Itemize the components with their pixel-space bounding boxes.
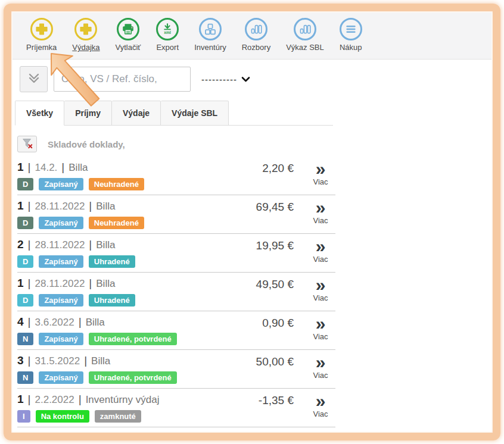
separator: | [28, 315, 31, 329]
double-angle-right-icon: » [307, 355, 334, 370]
toolbar-button-inventury[interactable]: Inventúry [186, 18, 234, 59]
viac-label: Viac [307, 293, 334, 302]
viac-button[interactable]: » Viac [307, 316, 334, 341]
toolbar-button-label: Nákup [340, 43, 362, 52]
printer-icon [117, 18, 139, 40]
filter-select[interactable]: ---------- [201, 74, 250, 85]
status-badge: Uhradené [89, 294, 135, 307]
double-angle-right-icon: » [307, 316, 334, 332]
row-price: -1,35 € [259, 394, 294, 407]
status-badge: D [17, 178, 33, 190]
toolbar-button-nakup[interactable]: Nákup [332, 18, 370, 59]
bar-chart-icon [294, 18, 316, 40]
separator: | [79, 315, 82, 329]
row-price: 50,00 € [256, 355, 294, 368]
toolbar-button-vydajka[interactable]: Výdajka [64, 18, 107, 59]
double-angle-right-icon: » [307, 161, 334, 177]
toolbar-button-label: Export [156, 43, 179, 52]
clear-filter-button[interactable] [17, 136, 37, 152]
svg-text:xml: xml [164, 30, 171, 35]
status-badge: D [17, 217, 33, 229]
separator: | [28, 161, 31, 174]
status-badge: Uhradené [89, 255, 135, 268]
row-count: 1 [17, 393, 24, 406]
separator: | [89, 277, 92, 290]
tabs: VšetkyPríjmyVýdajeVýdaje SBL [15, 101, 333, 126]
expand-filters-button[interactable] [20, 66, 48, 92]
tab-príjmy[interactable]: Príjmy [64, 101, 112, 126]
document-row: 1 | 28.11.2022 | Billa 49,50 € DZapísaný… [17, 273, 335, 311]
viac-label: Viac [307, 177, 334, 186]
status-badge: Uhradené, potvrdené [89, 371, 177, 384]
toolbar-button-label: Príjemka [26, 43, 57, 52]
row-name: Billa [86, 317, 105, 329]
viac-button[interactable]: » Viac [307, 277, 334, 302]
row-date: 28.11.2022 [35, 239, 85, 251]
status-badge: Zapísaný [39, 371, 83, 384]
row-date: 14.2. [35, 162, 58, 174]
row-name: Inventúrny výdaj [86, 394, 160, 406]
separator: | [89, 238, 92, 251]
row-name: Billa [91, 355, 110, 367]
row-name: Billa [69, 162, 88, 174]
double-angle-right-icon: » [307, 239, 334, 254]
row-badges: DZapísanýNeuhradené [17, 217, 335, 229]
toolbar-button-label: Inventúry [194, 43, 226, 52]
plus-icon [30, 18, 53, 40]
row-count: 2 [17, 238, 24, 251]
viac-button[interactable]: » Viac [307, 200, 334, 225]
export-xml-icon: xml [156, 18, 179, 40]
viac-button[interactable]: » Viac [307, 161, 334, 186]
toolbar-button-prijemka[interactable]: Príjemka [18, 18, 64, 59]
row-name: Billa [96, 278, 115, 290]
filter-select-value: ---------- [201, 74, 237, 85]
row-date: 31.5.2022 [35, 355, 80, 367]
separator: | [28, 354, 31, 367]
separator: | [28, 393, 31, 406]
plus-icon [74, 18, 97, 40]
document-row: 1 | 28.11.2022 | Billa 69,45 € DZapísaný… [17, 195, 335, 234]
row-name: Billa [96, 239, 115, 251]
toolbar-button-vykaz-sbl[interactable]: Výkaz SBL [278, 18, 332, 59]
app: Príjemka Výdajka Vytlačiť xml Export Inv… [13, 12, 491, 432]
row-name: Billa [96, 201, 115, 212]
tab-výdaje[interactable]: Výdaje [112, 101, 161, 126]
toolbar-button-rozbory[interactable]: Rozbory [234, 18, 278, 59]
separator: | [28, 277, 31, 290]
row-price: 49,50 € [256, 278, 294, 291]
search-input[interactable] [54, 67, 191, 92]
chevron-down-icon [241, 74, 250, 85]
viac-button[interactable]: » Viac [307, 393, 334, 418]
document-row: 3 | 31.5.2022 | Billa 50,00 € NZapísanýU… [17, 350, 335, 389]
toolbar: Príjemka Výdajka Vytlačiť xml Export Inv… [13, 12, 491, 60]
separator: | [61, 161, 64, 174]
chevrons-down-icon [26, 71, 42, 87]
double-angle-right-icon: » [307, 200, 334, 215]
document-row: 4 | 3.6.2022 | Billa 0,90 € NZapísanýUhr… [17, 311, 335, 350]
tab-výdaje-sbl[interactable]: Výdaje SBL [161, 101, 229, 126]
separator: | [84, 354, 87, 367]
filter-remove-icon [21, 137, 33, 151]
toolbar-button-label: Výkaz SBL [286, 43, 324, 52]
viac-label: Viac [307, 255, 334, 264]
separator: | [28, 199, 31, 212]
status-badge: D [17, 255, 33, 268]
row-date: 28.11.2022 [35, 278, 85, 290]
row-badges: DZapísanýNeuhradené [17, 178, 335, 190]
row-date: 28.11.2022 [35, 201, 85, 212]
viac-button[interactable]: » Viac [307, 355, 334, 380]
toolbar-button-export[interactable]: xml Export [148, 18, 186, 59]
separator: | [89, 199, 92, 212]
status-badge: Neuhradené [89, 178, 144, 190]
viac-button[interactable]: » Viac [307, 239, 334, 264]
toolbar-button-label: Výdajka [72, 43, 99, 52]
toolbar-button-vytlacit[interactable]: Vytlačiť [108, 18, 149, 59]
row-price: 69,45 € [256, 201, 294, 214]
row-count: 1 [17, 199, 24, 212]
tab-všetky[interactable]: Všetky [15, 101, 64, 126]
status-badge: D [17, 294, 33, 307]
row-price: 19,95 € [256, 239, 294, 252]
row-count: 1 [17, 277, 24, 290]
document-row: 2 | 28.11.2022 | Billa 19,95 € DZapísaný… [17, 234, 335, 273]
double-angle-right-icon: » [307, 277, 334, 293]
